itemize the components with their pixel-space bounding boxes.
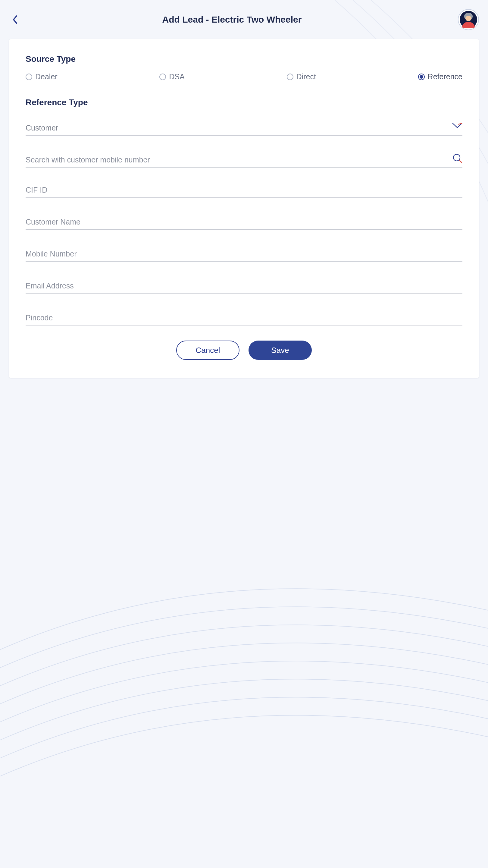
svg-line-1 [459,160,461,162]
source-type-radio-group: Dealer DSA Direct Reference [26,72,462,81]
mobile-number-input[interactable] [26,250,462,258]
avatar-image [460,11,477,28]
pincode-field [26,306,462,326]
email-address-field [26,274,462,293]
cif-id-field [26,178,462,198]
page-title: Add Lead - Electric Two Wheeler [9,14,455,25]
mobile-number-field [26,242,462,261]
radio-label: DSA [169,72,184,81]
customer-name-field [26,210,462,230]
reference-type-label: Reference Type [26,98,462,107]
radio-direct[interactable]: Direct [287,72,316,81]
customer-search-field [26,148,462,167]
pincode-input[interactable] [26,313,462,322]
header: Add Lead - Electric Two Wheeler [9,0,479,39]
radio-icon [287,73,293,80]
source-type-label: Source Type [26,54,462,64]
form-card: Source Type Dealer DSA Direct Reference … [9,39,479,378]
cancel-button[interactable]: Cancel [176,341,239,360]
cif-id-input[interactable] [26,186,462,194]
reference-type-select[interactable]: Customer [26,116,462,135]
radio-label: Reference [428,72,462,81]
save-button[interactable]: Save [249,341,312,360]
search-icon[interactable] [452,153,462,164]
radio-reference[interactable]: Reference [418,72,462,81]
customer-name-input[interactable] [26,218,462,226]
chevron-down-icon [452,123,462,130]
radio-icon [26,73,32,80]
radio-icon [159,73,166,80]
radio-dsa[interactable]: DSA [159,72,184,81]
radio-label: Dealer [35,72,58,81]
customer-search-input[interactable] [26,156,462,164]
form-actions: Cancel Save [26,341,462,360]
radio-label: Direct [296,72,316,81]
email-address-input[interactable] [26,281,462,290]
radio-icon [418,73,425,80]
reference-type-value: Customer [26,124,462,132]
radio-dealer[interactable]: Dealer [26,72,58,81]
avatar[interactable] [458,9,479,30]
